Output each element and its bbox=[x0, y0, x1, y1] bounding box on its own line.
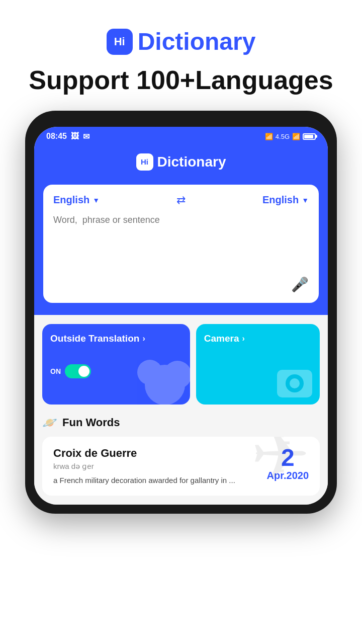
signal-icon: 📶 bbox=[292, 133, 300, 140]
network-label: 4.5G bbox=[276, 133, 290, 140]
word-card: 2 Apr.2020 Croix de Guerre krwa də ɡer a… bbox=[42, 437, 320, 496]
outside-translation-card[interactable]: Outside Translation › ON bbox=[42, 324, 190, 405]
source-lang-chevron-icon: ▼ bbox=[93, 196, 100, 204]
promo-app-name: Dictionary bbox=[138, 28, 256, 55]
chat-deco-icon bbox=[135, 355, 190, 405]
promo-header: Hi Dictionary bbox=[107, 28, 256, 55]
status-bar: 08:45 🖼 ✉ 📶 4.5G 📶 bbox=[34, 127, 328, 146]
outside-translation-title: Outside Translation › bbox=[50, 333, 182, 344]
toggle-on-label: ON bbox=[50, 367, 61, 375]
language-selector-row: English ▼ ⇄ English ▼ bbox=[53, 194, 309, 207]
photo-icon: 🖼 bbox=[71, 132, 79, 141]
tagline: Support 100+Languages bbox=[14, 65, 348, 96]
svg-point-5 bbox=[290, 378, 300, 388]
phone-mockup: 08:45 🖼 ✉ 📶 4.5G 📶 Hi Dicti bbox=[25, 111, 337, 514]
search-input[interactable] bbox=[53, 215, 309, 270]
camera-arrow-icon: › bbox=[242, 334, 245, 343]
status-time: 08:45 bbox=[46, 132, 67, 141]
app-header: Hi Dictionary bbox=[34, 146, 328, 185]
search-card: English ▼ ⇄ English ▼ 🎤 bbox=[34, 185, 328, 315]
camera-title: Camera › bbox=[204, 333, 312, 344]
outside-translation-toggle[interactable] bbox=[65, 364, 91, 378]
app-name-header: Dictionary bbox=[157, 154, 226, 170]
fun-words-icon: 🪐 bbox=[42, 416, 57, 430]
mail-icon: ✉ bbox=[83, 132, 89, 141]
search-card-inner: English ▼ ⇄ English ▼ 🎤 bbox=[43, 185, 319, 303]
promo-logo: Hi bbox=[107, 29, 133, 55]
phone-notch bbox=[151, 120, 211, 127]
toggle-knob bbox=[78, 366, 89, 377]
target-lang-chevron-icon: ▼ bbox=[302, 196, 309, 204]
battery-icon bbox=[303, 133, 316, 140]
fun-words-title: Fun Words bbox=[62, 416, 120, 429]
swap-languages-icon[interactable]: ⇄ bbox=[176, 194, 186, 207]
content-area: Outside Translation › ON bbox=[34, 315, 328, 505]
target-language-label: English bbox=[262, 194, 299, 206]
source-language-label: English bbox=[53, 194, 89, 206]
camera-card[interactable]: Camera › bbox=[196, 324, 320, 405]
target-language-button[interactable]: English ▼ bbox=[262, 194, 309, 206]
feature-cards-row: Outside Translation › ON bbox=[42, 324, 320, 405]
status-right: 📶 4.5G 📶 bbox=[265, 133, 316, 140]
outside-translation-arrow-icon: › bbox=[142, 334, 145, 343]
status-left: 08:45 🖼 ✉ bbox=[46, 132, 89, 141]
svg-point-1 bbox=[137, 360, 162, 385]
phone-outer: 08:45 🖼 ✉ 📶 4.5G 📶 Hi Dicti bbox=[25, 111, 337, 514]
wifi-icon: 📶 bbox=[265, 133, 273, 140]
mic-button[interactable]: 🎤 bbox=[291, 276, 309, 293]
source-language-button[interactable]: English ▼ bbox=[53, 194, 100, 206]
phone-screen: 08:45 🖼 ✉ 📶 4.5G 📶 Hi Dicti bbox=[34, 127, 328, 505]
word-card-deco: ✈ bbox=[251, 437, 310, 496]
mic-row: 🎤 bbox=[53, 276, 309, 293]
fun-words-header: 🪐 Fun Words bbox=[42, 416, 320, 430]
app-logo-small: Hi bbox=[136, 153, 153, 171]
camera-deco-icon bbox=[267, 360, 320, 405]
